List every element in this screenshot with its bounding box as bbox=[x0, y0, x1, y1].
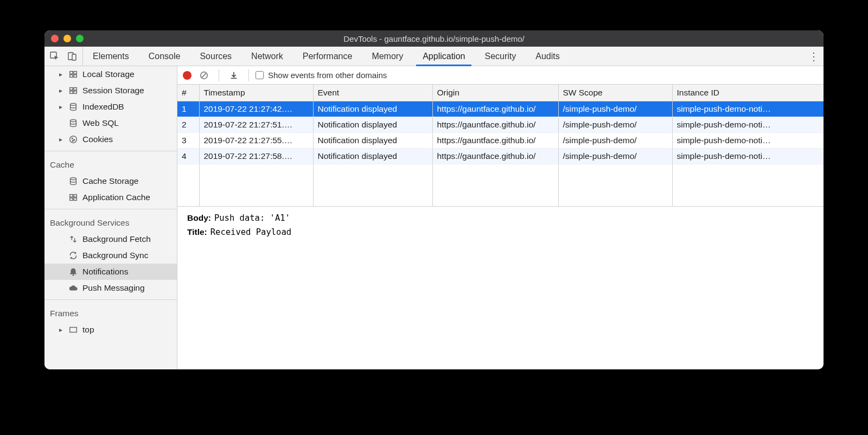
svg-rect-18 bbox=[70, 195, 73, 197]
cell-event: Notification displayed bbox=[313, 132, 432, 148]
cache-section-title: Cache bbox=[44, 155, 177, 173]
sidebar-item-push-messaging[interactable]: Push Messaging bbox=[44, 280, 177, 296]
zoom-window-button[interactable] bbox=[76, 35, 84, 42]
svg-point-17 bbox=[71, 178, 76, 180]
sidebar-item-label: Notifications bbox=[82, 266, 128, 278]
svg-rect-23 bbox=[70, 328, 77, 332]
cookie-icon bbox=[68, 135, 78, 144]
close-window-button[interactable] bbox=[51, 35, 59, 42]
show-other-domains-checkbox[interactable] bbox=[256, 71, 264, 79]
cloud-icon bbox=[68, 283, 78, 293]
frames-section-title: Frames bbox=[44, 303, 177, 322]
tab-security[interactable]: Security bbox=[475, 47, 526, 66]
sidebar-item-top[interactable]: ▸top bbox=[44, 322, 177, 338]
record-button[interactable] bbox=[183, 71, 192, 80]
grid-icon bbox=[68, 193, 78, 202]
svg-rect-7 bbox=[70, 88, 73, 91]
grid-icon bbox=[68, 86, 78, 95]
sidebar-item-label: Cache Storage bbox=[82, 175, 138, 187]
table-row[interactable]: 12019-07-22 21:27:42.…Notification displ… bbox=[177, 101, 824, 117]
cell-event: Notification displayed bbox=[313, 148, 432, 164]
events-table: #TimestampEventOriginSW ScopeInstance ID… bbox=[177, 85, 824, 207]
table-row[interactable]: 22019-07-22 21:27:51.…Notification displ… bbox=[177, 117, 824, 132]
sidebar-item-web-sql[interactable]: Web SQL bbox=[44, 115, 177, 131]
sidebar-item-cache-storage[interactable]: Cache Storage bbox=[44, 173, 177, 189]
more-menu-icon[interactable]: ⋮ bbox=[804, 47, 824, 66]
cell-instance-id: simple-push-demo-noti… bbox=[672, 132, 824, 148]
tab-network[interactable]: Network bbox=[241, 47, 293, 66]
tab-console[interactable]: Console bbox=[139, 47, 190, 66]
svg-point-12 bbox=[71, 120, 76, 122]
event-details: Body: Push data: 'A1' Title: Received Pa… bbox=[177, 207, 824, 248]
cell-origin: https://gauntface.github.io/ bbox=[432, 132, 558, 148]
frame-icon bbox=[68, 325, 78, 335]
svg-rect-10 bbox=[74, 91, 76, 94]
cell-timestamp: 2019-07-22 21:27:58.… bbox=[199, 148, 313, 164]
sidebar-item-label: IndexedDB bbox=[82, 101, 124, 113]
sidebar-item-local-storage[interactable]: ▸Local Storage bbox=[44, 66, 177, 82]
tab-performance[interactable]: Performance bbox=[293, 47, 362, 66]
cell-num: 2 bbox=[177, 117, 199, 132]
sidebar-item-label: Application Cache bbox=[82, 191, 150, 203]
sidebar-item-indexeddb[interactable]: ▸IndexedDB bbox=[44, 99, 177, 115]
window-controls bbox=[51, 35, 84, 42]
cell-scope: /simple-push-demo/ bbox=[558, 132, 672, 148]
sidebar-item-cookies[interactable]: ▸Cookies bbox=[44, 131, 177, 148]
cell-num: 3 bbox=[177, 132, 199, 148]
detail-body-value: Push data: 'A1' bbox=[214, 213, 290, 223]
sync-icon bbox=[68, 251, 78, 260]
sidebar-item-background-fetch[interactable]: Background Fetch bbox=[44, 231, 177, 247]
svg-rect-8 bbox=[74, 88, 76, 91]
show-other-domains-label: Show events from other domains bbox=[268, 71, 387, 80]
cell-scope: /simple-push-demo/ bbox=[558, 148, 672, 164]
sidebar-item-session-storage[interactable]: ▸Session Storage bbox=[44, 82, 177, 99]
col-header--[interactable]: # bbox=[177, 85, 199, 101]
cell-instance-id: simple-push-demo-noti… bbox=[672, 117, 824, 132]
svg-rect-4 bbox=[74, 72, 76, 74]
download-button[interactable] bbox=[226, 67, 242, 84]
device-mode-icon[interactable] bbox=[64, 48, 80, 65]
cell-timestamp: 2019-07-22 21:27:51.… bbox=[199, 117, 313, 132]
svg-rect-21 bbox=[74, 198, 76, 201]
sidebar-item-label: Push Messaging bbox=[82, 282, 145, 294]
sidebar-item-notifications[interactable]: Notifications bbox=[44, 264, 177, 280]
grid-icon bbox=[68, 69, 78, 79]
table-row[interactable]: 32019-07-22 21:27:55.…Notification displ… bbox=[177, 132, 824, 148]
bgs-section-title: Background Services bbox=[44, 213, 177, 231]
svg-rect-6 bbox=[74, 75, 76, 78]
table-row[interactable]: 42019-07-22 21:27:58.…Notification displ… bbox=[177, 148, 824, 164]
cell-origin: https://gauntface.github.io/ bbox=[432, 117, 558, 132]
db-icon bbox=[68, 118, 78, 128]
fetch-icon bbox=[68, 234, 78, 244]
sidebar-item-label: Local Storage bbox=[82, 68, 135, 80]
cell-origin: https://gauntface.github.io/ bbox=[432, 101, 558, 117]
col-header-event[interactable]: Event bbox=[313, 85, 432, 101]
sidebar-item-application-cache[interactable]: Application Cache bbox=[44, 189, 177, 206]
svg-point-15 bbox=[74, 139, 75, 140]
cell-event: Notification displayed bbox=[313, 101, 432, 117]
col-header-origin[interactable]: Origin bbox=[432, 85, 558, 101]
col-header-sw-scope[interactable]: SW Scope bbox=[558, 85, 672, 101]
cell-scope: /simple-push-demo/ bbox=[558, 101, 672, 117]
minimize-window-button[interactable] bbox=[63, 35, 71, 42]
sidebar-item-background-sync[interactable]: Background Sync bbox=[44, 247, 177, 264]
col-header-instance-id[interactable]: Instance ID bbox=[672, 85, 824, 101]
svg-line-25 bbox=[202, 73, 207, 78]
svg-rect-9 bbox=[70, 91, 73, 94]
tab-application[interactable]: Application bbox=[413, 47, 475, 66]
devtools-tabbar: ElementsConsoleSourcesNetworkPerformance… bbox=[44, 47, 824, 66]
tab-audits[interactable]: Audits bbox=[526, 47, 569, 66]
tab-sources[interactable]: Sources bbox=[190, 47, 241, 66]
tab-elements[interactable]: Elements bbox=[83, 47, 139, 66]
col-header-timestamp[interactable]: Timestamp bbox=[199, 85, 313, 101]
inspect-element-icon[interactable] bbox=[47, 48, 63, 65]
svg-point-22 bbox=[73, 274, 74, 276]
svg-point-16 bbox=[72, 140, 73, 142]
main-panel: Show events from other domains #Timestam… bbox=[177, 66, 824, 369]
titlebar: DevTools - gauntface.github.io/simple-pu… bbox=[44, 30, 824, 47]
clear-button[interactable] bbox=[196, 67, 212, 84]
tab-memory[interactable]: Memory bbox=[362, 47, 413, 66]
svg-rect-5 bbox=[70, 75, 73, 78]
cell-instance-id: simple-push-demo-noti… bbox=[672, 101, 824, 117]
svg-point-13 bbox=[70, 136, 77, 143]
